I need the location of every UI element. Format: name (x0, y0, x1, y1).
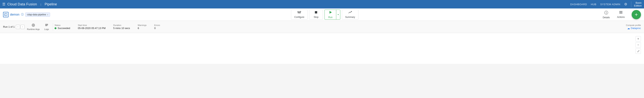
edition-block: Basic Edition (631, 1, 642, 7)
warnings-title: Warnings (138, 24, 146, 26)
toolbar-center: Configure Stop R (50, 10, 599, 20)
run-button[interactable]: Run (324, 10, 336, 20)
run-label-wrap: Run 1 of 1 ‹ › (3, 25, 25, 29)
actions-button[interactable]: Actions (614, 10, 628, 20)
svg-rect-16 (45, 24, 48, 24)
start-time-value: 05-08-2020 05:47:13 PM (78, 27, 106, 30)
run-arrow-button[interactable] (336, 10, 340, 20)
svg-marker-10 (338, 14, 339, 15)
run-stop-group: Stop Run (309, 10, 340, 20)
canvas-area: + − ⤢ (0, 33, 644, 64)
toolbar-right: ⓘ Details Actions + (599, 10, 641, 20)
title-separator: | (40, 3, 41, 6)
errors-title: Errors (154, 24, 160, 26)
cloud-icon: ☁ (627, 27, 630, 30)
warnings-item: Warnings 6 (138, 24, 146, 30)
compute-profile-wrap: Compute profile ☁ Dataproc (626, 24, 641, 30)
svg-point-6 (299, 12, 300, 13)
zoom-in-button[interactable]: + (636, 36, 641, 41)
actions-label: Actions (617, 16, 624, 18)
status-value: Succeeded (58, 27, 70, 30)
details-button[interactable]: ⓘ Details (599, 10, 613, 20)
compute-profile-value: Dataproc (631, 27, 641, 30)
svg-rect-11 (619, 11, 622, 11)
logs-label: Logs (44, 28, 49, 30)
run-icon (328, 10, 332, 15)
configure-icon (297, 10, 301, 15)
svg-point-14 (32, 24, 35, 26)
top-nav-left: ☰ Cloud Data Fusion | Pipeline (2, 2, 57, 6)
pipeline-name[interactable]: demon (10, 13, 20, 16)
actions-icon (619, 10, 623, 15)
start-time-title: Start time (78, 24, 106, 26)
run-meta: Status Succeeded Start time 05-08-2020 0… (54, 24, 641, 30)
configure-label: Configure (294, 16, 304, 18)
svg-rect-0 (4, 13, 7, 16)
duration-title: Duration (113, 24, 130, 26)
pipeline-tag-text: cdap-data-pipeline (27, 13, 46, 16)
run-prev-button[interactable]: ‹ (16, 25, 20, 29)
run-section: Run 1 of 1 ‹ › Runtime Args Logs Status (0, 21, 644, 33)
svg-marker-9 (330, 11, 332, 14)
run-divider (53, 23, 53, 31)
hamburger-icon[interactable]: ☰ (2, 2, 6, 6)
add-fab-button[interactable]: + (632, 10, 641, 19)
errors-value: 0 (154, 27, 160, 30)
pipeline-icon (3, 12, 8, 17)
svg-point-15 (33, 25, 34, 26)
svg-point-5 (298, 11, 299, 12)
run-nav: ‹ › (16, 25, 25, 29)
status-title: Status (54, 24, 70, 26)
summary-icon (348, 10, 352, 15)
edition-bottom: Edition (634, 4, 642, 7)
system-admin-link[interactable]: SYSTEM ADMIN (600, 3, 620, 6)
compute-profile-title: Compute profile (626, 24, 641, 26)
pipeline-tag: cdap-data-pipeline + (25, 12, 50, 17)
svg-rect-18 (45, 25, 47, 26)
svg-rect-8 (315, 11, 317, 13)
stop-icon (314, 10, 318, 15)
gear-icon[interactable]: ⚙ (624, 2, 627, 6)
zoom-out-button[interactable]: − (636, 42, 641, 48)
runtime-args-button[interactable]: Runtime Args (25, 23, 42, 31)
zoom-fit-button[interactable]: ⤢ (636, 48, 641, 54)
details-icon: ⓘ (604, 10, 608, 15)
run-button-group: Run (324, 10, 340, 20)
compute-profile-link[interactable]: ☁ Dataproc (627, 27, 641, 30)
app-title: Cloud Data Fusion (7, 2, 37, 6)
summary-label: Summary (345, 16, 355, 18)
start-time-item: Start time 05-08-2020 05:47:13 PM (78, 24, 106, 30)
run-next-button[interactable]: › (20, 25, 25, 29)
svg-rect-17 (45, 25, 48, 25)
duration-item: Duration 5 mins 10 secs (113, 24, 130, 30)
svg-rect-12 (619, 12, 622, 12)
dashboard-link[interactable]: DASHBOARD (570, 3, 587, 6)
status-item: Status Succeeded (54, 24, 70, 30)
summary-button[interactable]: Summary (342, 10, 358, 20)
pipeline-tag-add[interactable]: + (47, 13, 48, 16)
stop-button[interactable]: Stop (309, 10, 323, 20)
logs-button[interactable]: Logs (42, 23, 51, 31)
svg-rect-13 (619, 13, 622, 13)
svg-point-7 (300, 11, 301, 12)
runtime-args-icon (32, 23, 35, 28)
edition-top: Basic (636, 1, 642, 4)
details-label: Details (603, 16, 610, 19)
run-label: Run 1 of 1 (3, 25, 15, 28)
run-label: Run (328, 16, 332, 19)
configure-button[interactable]: Configure (291, 10, 308, 20)
toolbar: demon ⓘ cdap-data-pipeline + Configure (0, 8, 644, 21)
duration-value: 5 mins 10 secs (113, 27, 130, 30)
errors-item: Errors 0 (154, 24, 160, 30)
zoom-controls: + − ⤢ (636, 36, 641, 54)
hub-link[interactable]: HUB (591, 3, 596, 6)
status-wrap: Succeeded (54, 27, 70, 30)
toolbar-left: demon ⓘ cdap-data-pipeline + (3, 12, 50, 17)
status-dot (54, 27, 56, 29)
info-icon[interactable]: ⓘ (21, 13, 24, 16)
warnings-value: 6 (138, 27, 146, 30)
logs-icon (45, 23, 48, 28)
top-nav: ☰ Cloud Data Fusion | Pipeline DASHBOARD… (0, 0, 644, 8)
runtime-args-label: Runtime Args (27, 28, 40, 30)
top-nav-right: DASHBOARD HUB SYSTEM ADMIN ⚙ Basic Editi… (570, 1, 642, 7)
